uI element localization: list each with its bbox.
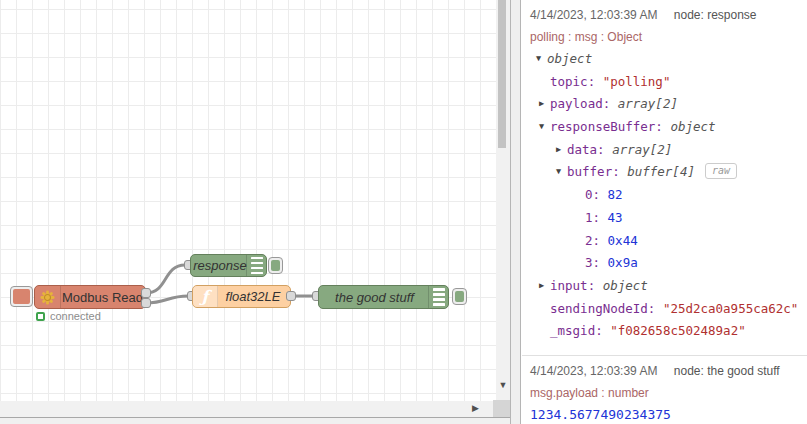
debug-tree-row: ▼object [530,51,799,74]
tree-value: "f082658c502489a2" [610,323,745,338]
tree-key[interactable]: 0: [585,187,608,202]
response-toggle-button[interactable] [268,257,283,274]
tree-key[interactable]: sendingNodeId: [550,301,663,316]
tree-key[interactable]: _msgid: [550,323,610,338]
debug-tree-row: topic: "polling" [530,74,799,97]
goodstuff-toggle-button-fill [455,291,464,302]
vertical-scrollbar[interactable]: ▼ [496,0,510,401]
bottom-strip [0,418,521,424]
response-toggle-button-fill [271,260,280,271]
tree-key[interactable]: buffer: [567,164,627,179]
tree-value: 43 [608,210,623,225]
raw-button[interactable]: raw [705,163,737,179]
horizontal-scrollbar[interactable]: ▶ [0,401,496,417]
modbus-icon [35,286,61,308]
modbus-status: connected [36,310,101,322]
expand-expanded-icon[interactable]: ▼ [536,51,547,66]
debug-topic-line: msg.payload : number [530,386,799,400]
expand-collapsed-icon[interactable]: ▶ [539,96,550,111]
tree-key[interactable]: 1: [585,210,608,225]
expand-expanded-icon[interactable]: ▼ [539,119,550,134]
modbus-output-port-1[interactable] [141,288,151,298]
tree-key[interactable]: 3: [585,255,608,270]
debug-tree-row: ▼responseBuffer: object [530,119,799,142]
debug-sidebar-icon [246,255,266,276]
tree-key[interactable]: 2: [585,233,608,248]
tree-value: array[2] [618,96,678,111]
tree-key[interactable]: input: [550,278,603,293]
debug-message-header: 4/14/2023, 12:03:39 AM node: the good st… [530,364,799,378]
scrollbar-corner [493,400,510,417]
node-float32le[interactable]: ƒ float32LE [192,285,291,308]
tree-value: object [670,119,715,134]
tree-value: "25d2ca0a955ca62c" [663,301,798,316]
goodstuff-node-label: the good stuff [323,286,426,308]
node-the-good-stuff[interactable]: the good stuff [318,285,449,309]
tree-value: 82 [608,187,623,202]
tree-value: object [547,51,592,66]
node-red-window: Modbus Read connected response ƒ float32… [0,0,807,424]
func-node-label: float32LE [218,286,288,307]
wire[interactable] [146,265,185,293]
goodstuff-toggle-button[interactable] [452,288,467,305]
debug-tree-row: _msgid: "f082658c502489a2" [530,323,799,346]
node-response[interactable]: response [190,254,267,277]
tree-value: 0x44 [608,233,638,248]
debug-source-node: node: response [674,8,757,22]
debug-message[interactable]: 4/14/2023, 12:03:39 AM node: response po… [522,0,807,355]
modbus-node-button-fill [13,289,30,304]
debug-sidebar-icon [428,286,448,308]
debug-timestamp: 4/14/2023, 12:03:39 AM [530,364,657,378]
debug-message-header: 4/14/2023, 12:03:39 AM node: response [530,8,799,22]
tree-key[interactable]: topic: [550,74,603,89]
expand-collapsed-icon[interactable]: ▶ [539,278,550,293]
debug-tree-row: 0: 82 [530,187,799,210]
debug-tree-row: 1: 43 [530,210,799,233]
expand-expanded-icon[interactable]: ▼ [556,164,567,179]
debug-tree-row: ▶input: object [530,278,799,301]
tree-key[interactable]: data: [567,142,612,157]
scroll-right-arrow-icon[interactable]: ▶ [472,403,479,413]
modbus-node-label: Modbus Read [62,286,143,308]
modbus-node-button[interactable] [10,286,33,307]
debug-payload-value: 1234.5677490234375 [530,407,799,422]
scroll-down-arrow-icon[interactable]: ▼ [496,380,510,390]
debug-tree-row: sendingNodeId: "25d2ca0a955ca62c" [530,301,799,324]
debug-tree-row: 2: 0x44 [530,233,799,256]
debug-tree-row: 3: 0x9a [530,255,799,278]
tree-key[interactable]: responseBuffer: [550,119,670,134]
debug-tree-row: ▶data: array[2] [530,142,799,165]
func-output-port[interactable] [286,291,296,301]
response-node-label: response [195,255,245,276]
debug-timestamp: 4/14/2023, 12:03:39 AM [530,8,657,22]
debug-message[interactable]: 4/14/2023, 12:03:39 AM node: the good st… [522,355,807,424]
status-ring-icon [36,312,45,321]
tree-key[interactable]: payload: [550,96,618,111]
tree-value: object [603,278,648,293]
sidebar-separator[interactable] [510,0,521,424]
debug-source-node: node: the good stuff [674,364,780,378]
wires-layer [0,0,496,401]
function-icon: ƒ [193,286,218,307]
modbus-output-port-2[interactable] [141,298,151,308]
debug-tree-row: ▼buffer: buffer[4]raw [530,164,799,187]
debug-tree-row: ▶payload: array[2] [530,96,799,119]
node-modbus-read[interactable]: Modbus Read [34,285,146,309]
expand-collapsed-icon[interactable]: ▶ [556,142,567,157]
tree-value: array[2] [612,142,672,157]
debug-topic-line: polling : msg : Object [530,30,799,44]
wire[interactable] [146,296,188,303]
tree-value: "polling" [603,74,671,89]
tree-value: 0x9a [608,255,638,270]
debug-sidebar: 4/14/2023, 12:03:39 AM node: response po… [522,0,807,424]
status-text: connected [50,310,101,322]
debug-object-tree: ▼objecttopic: "polling"▶payload: array[2… [530,51,799,346]
vertical-scrollbar-thumb[interactable] [498,0,506,148]
tree-value: buffer[4] [627,164,695,179]
flow-canvas[interactable]: Modbus Read connected response ƒ float32… [0,0,496,401]
